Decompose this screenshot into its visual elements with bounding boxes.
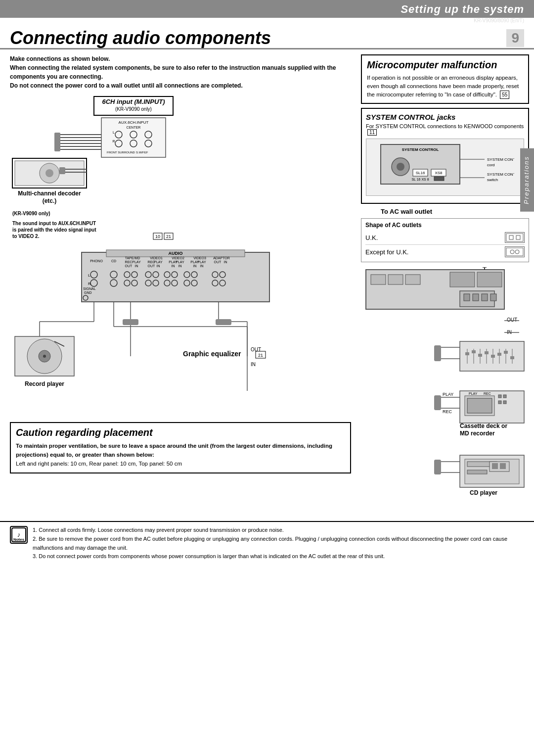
note-item-3: 3. Do not connect power cords from compo…	[33, 552, 524, 561]
svg-text:IN: IN	[178, 264, 182, 268]
right-diagram-area: OUT IN	[361, 267, 529, 516]
svg-rect-169	[485, 351, 489, 354]
svg-rect-31	[59, 167, 65, 174]
svg-text:The sound input to AUX.6CH.INP: The sound input to AUX.6CH.INPUT	[12, 221, 96, 226]
svg-text:IN: IN	[157, 264, 160, 268]
notes-section: ♪ Notes 1. Connect all cords firmly. Loo…	[0, 521, 534, 565]
model-number: KR-V9090/8090 (En/T)	[0, 18, 534, 24]
svg-rect-183	[467, 398, 492, 413]
svg-text:SYSTEM CONTROL: SYSTEM CONTROL	[487, 172, 514, 177]
svg-rect-151	[464, 294, 470, 301]
caution-bold-text: To maintain proper ventilation, be sure …	[16, 443, 332, 458]
intro-line3: Do not connect the power cord to a wall …	[10, 81, 351, 90]
syscontrol-body: For SYSTEM CONTROL connections to KENWOO…	[366, 123, 524, 129]
right-column: Microcomputer malfunction If operation i…	[356, 54, 534, 517]
svg-text:L: L	[113, 131, 115, 134]
svg-rect-200	[467, 470, 487, 474]
svg-text:CD: CD	[111, 259, 116, 263]
malfunction-text: If operation is not possible or an erron…	[367, 74, 523, 99]
svg-rect-187	[503, 395, 506, 398]
to-ac-label: To AC wall outlet	[381, 208, 529, 215]
svg-text:SIGNAL: SIGNAL	[83, 287, 96, 290]
svg-text:21: 21	[166, 234, 171, 239]
svg-rect-146	[388, 275, 403, 284]
svg-text:Notes: Notes	[13, 537, 25, 542]
intro-text: Make connections as shown below. When co…	[10, 54, 351, 90]
svg-text:PLAY: PLAY	[469, 392, 478, 395]
intro-line1: Make connections as shown below.	[10, 54, 351, 63]
svg-text:IN: IN	[251, 362, 256, 367]
svg-rect-167	[478, 354, 482, 357]
svg-rect-203	[500, 463, 506, 469]
svg-point-26	[45, 169, 53, 177]
notes-list: 1. Connect all cords firmly. Loose conne…	[33, 526, 524, 561]
svg-text:XS8: XS8	[435, 171, 443, 175]
svg-text:VIDEO2: VIDEO2	[172, 256, 184, 260]
svg-text:Record player: Record player	[25, 380, 64, 387]
svg-text:SYSTEM CONTROL: SYSTEM CONTROL	[402, 147, 439, 152]
svg-text:SL 16  XS 8: SL 16 XS 8	[411, 178, 429, 181]
svg-rect-153	[482, 294, 488, 301]
svg-text:MD recorder: MD recorder	[460, 430, 495, 437]
svg-rect-148	[450, 272, 475, 287]
svg-text:REC: REC	[484, 392, 491, 395]
svg-rect-138	[506, 234, 523, 241]
svg-rect-192	[434, 395, 441, 410]
svg-text:OUT: OUT	[214, 260, 222, 264]
svg-text:S.W/FEF: S.W/FEF	[136, 151, 148, 154]
left-column: Make connections as shown below. When co…	[0, 54, 356, 517]
svg-rect-188	[498, 401, 501, 404]
malfunction-title: Microcomputer malfunction	[367, 59, 523, 71]
svg-text:IN: IN	[193, 264, 197, 268]
svg-text:R: R	[112, 140, 115, 143]
caution-dimensions: Left and right panels: 10 cm, Rear panel…	[16, 461, 182, 467]
note-item-1: 1. Connect all cords firmly. Loose conne…	[33, 526, 524, 535]
page-title: Connecting audio components	[10, 28, 271, 48]
svg-text:VIDEO3: VIDEO3	[193, 256, 206, 260]
svg-text:SYSTEM CONTROL: SYSTEM CONTROL	[487, 157, 514, 162]
malfunction-box: Microcomputer malfunction If operation i…	[361, 54, 529, 104]
svg-text:IN: IN	[135, 264, 138, 268]
svg-text:(etc.): (etc.)	[43, 197, 57, 204]
caution-title: Caution regarding placement	[16, 427, 345, 438]
svg-point-125	[397, 163, 404, 171]
caution-text: To maintain proper ventilation, be sure …	[16, 441, 345, 469]
svg-text:to VIDEO 2.: to VIDEO 2.	[12, 234, 40, 239]
svg-rect-171	[491, 355, 495, 358]
svg-text:R: R	[88, 282, 91, 286]
ac-except-uk-row: Except for U.K.	[365, 245, 525, 259]
side-tab: Preparations	[520, 148, 534, 212]
svg-rect-163	[465, 352, 469, 355]
svg-text:switch: switch	[487, 178, 498, 182]
svg-rect-180	[434, 345, 441, 361]
svg-point-114	[43, 355, 46, 358]
svg-rect-149	[477, 272, 502, 287]
svg-rect-131	[434, 177, 444, 181]
syscontrol-text: For SYSTEM CONTROL connections to KENWOO…	[366, 123, 524, 136]
svg-text:CENTER: CENTER	[127, 126, 141, 129]
svg-text:IN: IN	[224, 260, 227, 264]
svg-text:PLAY: PLAY	[197, 260, 206, 264]
svg-text:L: L	[88, 273, 90, 278]
svg-rect-173	[497, 353, 501, 356]
right-diagram-svg: OUT IN	[361, 267, 529, 515]
header-title: Setting up the system	[0, 3, 524, 16]
svg-text:REC: REC	[125, 260, 133, 264]
svg-rect-110	[216, 319, 231, 325]
svg-text:(KR-V9090 only): (KR-V9090 only)	[115, 106, 152, 112]
svg-rect-189	[503, 401, 506, 404]
main-diagram: 6CH input (M.INPUT) (KR-V9090 only) AUX.…	[10, 94, 351, 417]
svg-text:PLAY: PLAY	[176, 260, 184, 264]
main-content: Make connections as shown below. When co…	[0, 49, 534, 517]
syscontrol-title: SYSTEM CONTROL jacks	[366, 113, 524, 121]
svg-rect-145	[371, 275, 386, 284]
syscontrol-ref: 11	[367, 129, 377, 136]
svg-text:AUDIO: AUDIO	[169, 251, 183, 256]
svg-text:PLAY: PLAY	[154, 260, 163, 264]
svg-text:IN: IN	[172, 264, 175, 268]
svg-point-143	[515, 250, 519, 254]
svg-text:AUX.6CH.INPUT: AUX.6CH.INPUT	[119, 120, 149, 125]
svg-text:Cassette deck or: Cassette deck or	[460, 423, 507, 429]
ac-uk-row: U.K.	[365, 231, 525, 245]
svg-rect-22	[54, 133, 60, 151]
